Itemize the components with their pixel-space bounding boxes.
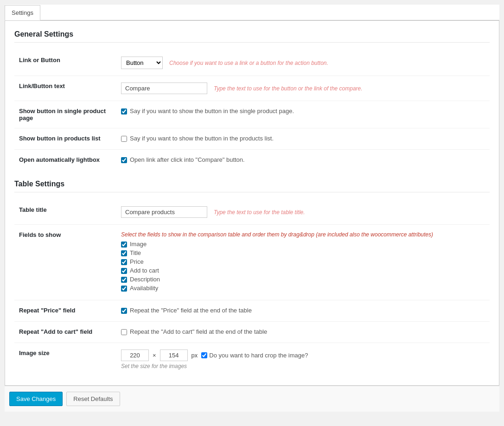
- field-price-checkbox[interactable]: [121, 259, 127, 265]
- page-wrapper: Settings General Settings Link or Button…: [0, 0, 504, 426]
- repeat-price-value: Repeat the "Price" field at the end of t…: [116, 300, 490, 322]
- open-lightbox-value: Open link after click into "Compare" but…: [116, 150, 490, 171]
- repeat-addtocart-label: Repeat "Add to cart" field: [14, 322, 116, 343]
- open-lightbox-label: Open automatically lightbox: [14, 150, 116, 171]
- field-image-checkbox[interactable]: [121, 242, 127, 248]
- fields-to-show-value: Select the fields to show in the compari…: [116, 225, 490, 300]
- link-button-text-row: Link/Button text Type the text to use fo…: [14, 76, 490, 101]
- fields-to-show-row: Fields to show Select the fields to show…: [14, 225, 490, 300]
- show-single-product-label: Show button in single product page: [14, 101, 116, 128]
- save-changes-button[interactable]: Save Changes: [9, 392, 63, 406]
- show-products-list-row: Show button in products list Say if you …: [14, 128, 490, 150]
- field-price-row: Price: [121, 258, 485, 265]
- repeat-price-row: Repeat "Price" field Repeat the "Price" …: [14, 300, 490, 322]
- image-size-label: Image size: [14, 343, 116, 376]
- link-or-button-row: Link or Button Link Button Choose if you…: [14, 50, 490, 76]
- content-area: General Settings Link or Button Link But…: [5, 20, 499, 386]
- show-products-list-checkbox[interactable]: [121, 136, 127, 142]
- link-button-text-input[interactable]: [121, 83, 207, 94]
- show-single-product-hint: Say if you want to show the button in th…: [130, 108, 294, 114]
- table-settings-title: Table Settings: [14, 180, 490, 192]
- link-button-text-label: Link/Button text: [14, 76, 116, 101]
- table-title-row: Table title Type the text to use for the…: [14, 200, 490, 225]
- settings-tab[interactable]: Settings: [5, 5, 40, 20]
- link-or-button-hint: Choose if you want to use a link or a bu…: [169, 60, 328, 66]
- field-description-row: Description: [121, 276, 485, 283]
- table-settings-table: Table title Type the text to use for the…: [14, 200, 490, 376]
- repeat-price-checkbox[interactable]: [121, 308, 127, 314]
- link-button-text-hint: Type the text to use for the button or t…: [214, 85, 363, 92]
- open-lightbox-row: Open automatically lightbox Open link af…: [14, 150, 490, 171]
- field-availability-row: Availability: [121, 285, 485, 292]
- link-or-button-value: Link Button Choose if you want to use a …: [116, 50, 490, 76]
- show-single-product-value: Say if you want to show the button in th…: [116, 101, 490, 128]
- show-single-product-row: Show button in single product page Say i…: [14, 101, 490, 128]
- fields-list: Image Title Price: [121, 241, 485, 292]
- field-description-label: Description: [130, 276, 160, 283]
- tab-bar: Settings: [5, 5, 499, 20]
- field-addtocart-label: Add to cart: [130, 267, 159, 274]
- link-or-button-label: Link or Button: [14, 50, 116, 76]
- field-description-checkbox[interactable]: [121, 277, 127, 283]
- field-availability-label: Availability: [130, 285, 158, 292]
- image-size-crop-hint: Do you want to hard crop the image?: [209, 352, 308, 359]
- fields-to-show-hint: Select the fields to show in the compari…: [121, 231, 485, 238]
- open-lightbox-hint: Open link after click into "Compare" but…: [130, 156, 245, 163]
- image-size-width-input[interactable]: [121, 350, 149, 361]
- general-settings-table: Link or Button Link Button Choose if you…: [14, 50, 490, 171]
- footer-bar: Save Changes Reset Defaults: [5, 386, 499, 412]
- table-title-hint: Type the text to use for the table title…: [214, 209, 305, 216]
- field-price-label: Price: [130, 258, 144, 265]
- field-title-label: Title: [130, 249, 141, 256]
- show-products-list-hint: Say if you want to show the button in th…: [130, 135, 274, 142]
- field-addtocart-row: Add to cart: [121, 267, 485, 274]
- open-lightbox-checkbox[interactable]: [121, 157, 127, 163]
- table-title-label: Table title: [14, 200, 116, 225]
- repeat-price-hint: Repeat the "Price" field at the end of t…: [130, 307, 252, 314]
- image-size-px-label: px: [191, 352, 198, 359]
- repeat-addtocart-value: Repeat the "Add to cart" field at the en…: [116, 322, 490, 343]
- field-availability-checkbox[interactable]: [121, 286, 127, 292]
- repeat-price-label: Repeat "Price" field: [14, 300, 116, 322]
- image-size-row: Image size × px Do you want to hard crop…: [14, 343, 490, 376]
- reset-defaults-button[interactable]: Reset Defaults: [66, 392, 120, 406]
- table-title-input[interactable]: [121, 206, 207, 218]
- link-or-button-select[interactable]: Link Button: [121, 57, 163, 69]
- repeat-addtocart-hint: Repeat the "Add to cart" field at the en…: [130, 328, 267, 335]
- repeat-addtocart-checkbox[interactable]: [121, 329, 127, 335]
- link-button-text-value: Type the text to use for the button or t…: [116, 76, 490, 101]
- show-products-list-label: Show button in products list: [14, 128, 116, 150]
- image-size-sub-hint: Set the size for the images: [121, 363, 485, 369]
- field-image-row: Image: [121, 241, 485, 248]
- show-products-list-value: Say if you want to show the button in th…: [116, 128, 490, 150]
- show-single-product-checkbox[interactable]: [121, 108, 127, 114]
- image-size-separator: ×: [153, 352, 156, 359]
- image-size-crop-checkbox[interactable]: [201, 352, 207, 358]
- repeat-addtocart-row: Repeat "Add to cart" field Repeat the "A…: [14, 322, 490, 343]
- image-size-height-input[interactable]: [160, 350, 188, 361]
- table-title-value: Type the text to use for the table title…: [116, 200, 490, 225]
- general-settings-title: General Settings: [14, 30, 490, 43]
- fields-to-show-label: Fields to show: [14, 225, 116, 300]
- field-addtocart-checkbox[interactable]: [121, 268, 127, 274]
- field-image-label: Image: [130, 241, 147, 248]
- field-title-checkbox[interactable]: [121, 250, 127, 256]
- image-size-value: × px Do you want to hard crop the image?…: [116, 343, 490, 376]
- field-title-row: Title: [121, 249, 485, 256]
